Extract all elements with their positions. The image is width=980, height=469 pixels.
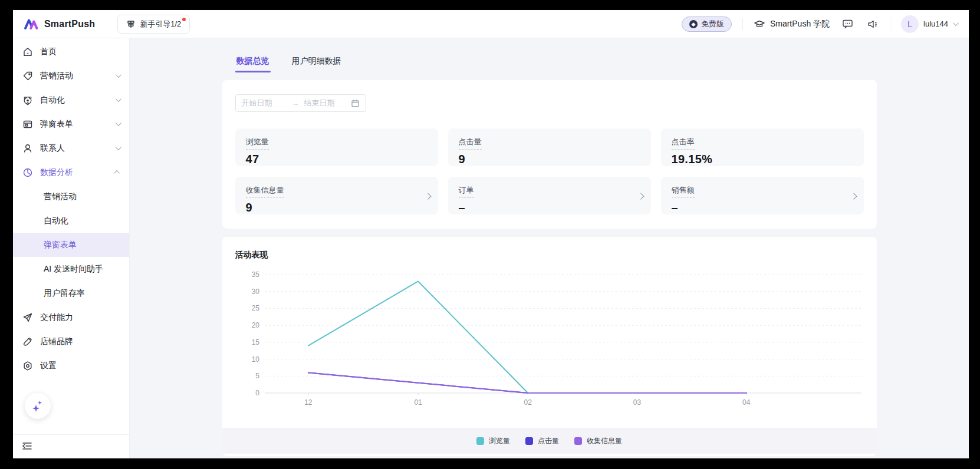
academy-link[interactable]: SmartPush 学院: [754, 19, 830, 29]
sidebar-item-settings[interactable]: 设置: [13, 354, 129, 378]
svg-text:04: 04: [742, 398, 751, 407]
sidebar-subitem-campaign-analytics[interactable]: 营销活动: [13, 184, 129, 209]
legend-swatch: [574, 437, 582, 445]
ai-assistant-button[interactable]: [25, 393, 51, 419]
onboarding-guide-button[interactable]: 新手引导1/2: [117, 15, 190, 34]
header-divider: [890, 18, 890, 30]
stat-label: 点击率: [672, 137, 695, 150]
automation-icon: [22, 95, 33, 105]
plan-icon: ◆: [689, 20, 698, 28]
stat-card-pageviews: 浏览量 47: [235, 128, 438, 166]
stat-label: 点击量: [459, 137, 482, 150]
sidebar-item-label: 设置: [40, 361, 120, 371]
date-range-picker[interactable]: 开始日期 → 结束日期: [235, 94, 366, 112]
sidebar-item-label: 联系人: [40, 143, 116, 154]
academy-label: SmartPush 学院: [770, 19, 830, 29]
popup-form-icon: [22, 119, 33, 130]
chart-title: 活动表现: [235, 250, 864, 260]
sidebar-footer: [13, 434, 129, 458]
sidebar-item-label: 自动化: [40, 95, 116, 105]
sidebar-item-deliverability[interactable]: 交付能力: [13, 305, 129, 329]
stat-label: 浏览量: [246, 137, 269, 150]
svg-text:5: 5: [255, 372, 259, 380]
pie-chart-icon: [22, 167, 33, 178]
chevron-right-icon: [637, 193, 644, 200]
sidebar-subitem-automation-analytics[interactable]: 自动化: [13, 209, 129, 233]
sidebar-item-analytics[interactable]: 数据分析: [13, 160, 129, 184]
sidebar-subitem-user-retention[interactable]: 用户留存率: [13, 281, 129, 305]
chevron-down-icon: [116, 96, 121, 102]
home-icon: [22, 47, 33, 57]
stat-value: –: [672, 201, 853, 214]
sidebar-item-home[interactable]: 首页: [13, 39, 129, 64]
stat-card-click-rate: 点击率 19.15%: [661, 128, 864, 166]
stat-value: 9: [459, 153, 640, 166]
gear-icon: [22, 361, 33, 371]
header-divider: [742, 18, 743, 30]
sidebar-item-label: 首页: [40, 47, 120, 57]
contacts-icon: [22, 143, 33, 154]
tab-bar: 数据总览 用户明细数据: [222, 56, 877, 72]
legend-label: 点击量: [538, 436, 559, 446]
paper-plane-icon: [22, 312, 33, 323]
stat-value: 9: [246, 201, 427, 214]
graduation-cap-icon: [754, 19, 765, 29]
sidebar-item-label: 数据分析: [40, 167, 116, 178]
stat-value: –: [459, 201, 640, 214]
tag-icon: [22, 71, 33, 81]
sidebar-item-contacts[interactable]: 联系人: [13, 136, 129, 160]
chevron-right-icon: [425, 193, 431, 200]
stats-panel: 开始日期 → 结束日期: [222, 80, 877, 229]
collapse-sidebar-icon[interactable]: [21, 441, 34, 451]
legend-item[interactable]: 浏览量: [476, 436, 510, 446]
stat-card-orders[interactable]: 订单 –: [448, 177, 651, 214]
tab-data-overview[interactable]: 数据总览: [236, 56, 269, 72]
sparkles-icon: [30, 398, 45, 414]
sidebar-subitem-popup-forms-analytics[interactable]: 弹窗表单: [13, 233, 129, 257]
smartpush-logo-icon: [24, 17, 39, 31]
start-date-input[interactable]: 开始日期: [242, 98, 288, 108]
svg-text:01: 01: [414, 398, 422, 407]
stat-card-sales[interactable]: 销售额 –: [661, 177, 864, 214]
legend-item[interactable]: 点击量: [525, 436, 559, 446]
plan-badge[interactable]: ◆ 免费版: [682, 16, 732, 32]
announcement-speaker-icon[interactable]: [865, 17, 879, 31]
legend-label: 浏览量: [489, 436, 510, 446]
stat-value: 47: [246, 153, 427, 166]
chart-legend: 浏览量点击量收集信息量: [222, 428, 877, 454]
sidebar-item-campaigns[interactable]: 营销活动: [13, 64, 129, 88]
brand-logo: SmartPush: [24, 17, 95, 31]
user-menu[interactable]: L lulu144: [901, 15, 957, 33]
svg-text:12: 12: [304, 398, 313, 407]
svg-text:02: 02: [524, 398, 532, 407]
legend-item[interactable]: 收集信息量: [574, 436, 622, 446]
app-window: SmartPush 新手引导1/2 ◆ 免费版: [13, 10, 969, 458]
chevron-down-icon: [116, 72, 121, 78]
sidebar-item-store-branding[interactable]: 店铺品牌: [13, 329, 129, 354]
stat-card-collected-info[interactable]: 收集信息量 9: [235, 177, 438, 214]
sidebar-subitem-label: AI 发送时间助手: [44, 264, 103, 275]
svg-text:35: 35: [251, 270, 259, 279]
chevron-right-icon: [850, 193, 857, 200]
svg-text:20: 20: [251, 321, 259, 329]
sidebar-nav: 首页 营销活动: [13, 38, 129, 378]
svg-text:15: 15: [251, 338, 259, 346]
notification-dot: [182, 18, 186, 21]
performance-line-chart: 051015202530351201020304: [235, 267, 864, 412]
sidebar-item-label: 营销活动: [40, 71, 116, 81]
top-header: SmartPush 新手引导1/2 ◆ 免费版: [13, 10, 969, 38]
header-right: ◆ 免费版 SmartPush 学院: [682, 15, 957, 33]
content-column: 数据总览 用户明细数据 开始日期 → 结束日期: [222, 38, 877, 456]
sidebar-item-automation[interactable]: 自动化: [13, 88, 129, 112]
stat-label: 订单: [459, 185, 474, 198]
chevron-down-icon: [116, 120, 121, 126]
sidebar-subitem-ai-send-time[interactable]: AI 发送时间助手: [13, 257, 129, 281]
end-date-input[interactable]: 结束日期: [304, 98, 351, 108]
sidebar-subitem-label: 用户留存率: [44, 288, 85, 299]
svg-text:0: 0: [255, 389, 259, 397]
svg-text:10: 10: [251, 355, 259, 364]
feedback-message-icon[interactable]: [840, 17, 854, 31]
main-area: 数据总览 用户明细数据 开始日期 → 结束日期: [130, 38, 969, 458]
sidebar-item-popup-forms[interactable]: 弹窗表单: [13, 112, 129, 136]
tab-user-detail-data[interactable]: 用户明细数据: [292, 56, 341, 72]
